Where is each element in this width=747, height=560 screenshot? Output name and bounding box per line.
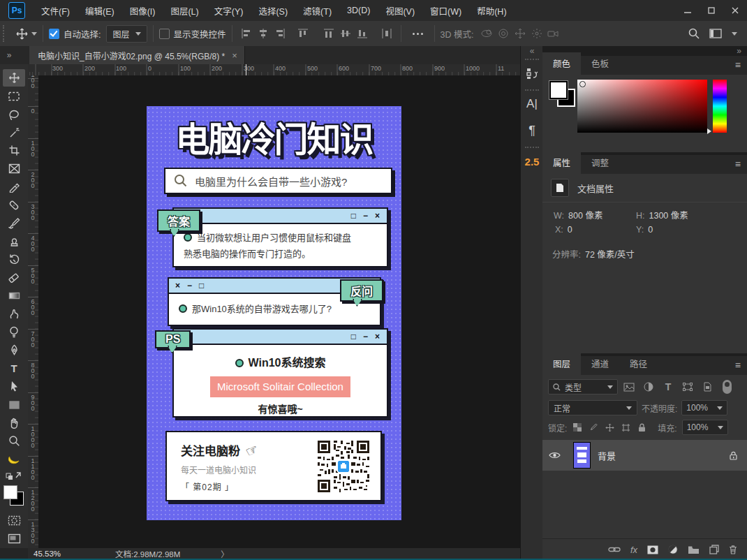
- minimize-button[interactable]: [676, 0, 700, 21]
- document-tab[interactable]: 电脑小知识_自带小游戏02.png @ 45.5%(RGB/8) * ×: [29, 46, 245, 64]
- menu-window[interactable]: 窗口(W): [422, 4, 469, 17]
- panel-menu-icon[interactable]: ≡: [728, 55, 747, 75]
- move-tool[interactable]: [3, 69, 25, 87]
- filter-type-layers-icon[interactable]: T: [660, 380, 676, 394]
- menu-help[interactable]: 帮助(H): [469, 4, 514, 17]
- rectangular-marquee-tool[interactable]: [3, 87, 25, 105]
- spot-healing-brush-tool[interactable]: [3, 196, 25, 214]
- filter-smart-objects-icon[interactable]: [699, 380, 716, 394]
- align-right-icon[interactable]: [272, 26, 288, 41]
- quick-mask-button[interactable]: [3, 512, 25, 529]
- character-panel-icon[interactable]: A|: [521, 91, 543, 117]
- lock-transparent-icon[interactable]: [572, 420, 583, 434]
- zoom-level[interactable]: 45.53%: [34, 550, 61, 558]
- panel-menu-icon[interactable]: ≡: [728, 154, 747, 174]
- layer-visibility-eye-icon[interactable]: [542, 451, 566, 459]
- delete-layer-trash-icon[interactable]: [729, 545, 737, 554]
- eyedropper-tool[interactable]: [3, 178, 25, 196]
- blend-mode-dropdown[interactable]: 正常: [548, 400, 637, 415]
- horizontal-ruler[interactable]: 300 200 100 0 100 200 300 400 500 600 70…: [28, 64, 520, 76]
- filter-adjustment-layers-icon[interactable]: [640, 380, 657, 394]
- menu-image[interactable]: 图像(I): [122, 4, 163, 17]
- saturation-brightness-field[interactable]: [577, 80, 707, 133]
- add-layer-mask-icon[interactable]: [647, 545, 658, 554]
- drag-3d-camera-icon[interactable]: [512, 26, 528, 41]
- crop-tool[interactable]: [3, 142, 25, 159]
- menu-type[interactable]: 文字(Y): [207, 4, 251, 17]
- align-left-icon[interactable]: [239, 26, 254, 41]
- distribute-bottom-icon[interactable]: [355, 26, 370, 41]
- expand-panels-icon[interactable]: »: [0, 46, 18, 64]
- distribute-top-icon[interactable]: [321, 26, 336, 41]
- foreground-color-swatch[interactable]: [3, 485, 17, 499]
- hand-tool[interactable]: [3, 414, 25, 432]
- layer-thumbnail[interactable]: [573, 442, 591, 469]
- menu-view[interactable]: 视图(V): [378, 4, 422, 17]
- status-chevron-icon[interactable]: 〉: [221, 548, 229, 559]
- menu-file[interactable]: 文件(F): [34, 4, 77, 17]
- paragraph-panel-icon[interactable]: ¶: [521, 117, 543, 144]
- tab-paths[interactable]: 路径: [619, 353, 658, 375]
- pen-tool[interactable]: [3, 341, 25, 359]
- menu-select[interactable]: 选择(S): [251, 4, 295, 17]
- distribute-center-vertical-icon[interactable]: [338, 26, 353, 41]
- banana-plugin-tool[interactable]: [3, 450, 25, 468]
- filter-shape-layers-icon[interactable]: [679, 380, 696, 394]
- tool-preset-chevron-icon[interactable]: [31, 32, 37, 36]
- tab-properties[interactable]: 属性: [542, 152, 581, 174]
- opacity-input[interactable]: 100%: [681, 400, 727, 415]
- search-icon[interactable]: [688, 28, 700, 39]
- gradient-tool[interactable]: [3, 287, 25, 304]
- workspace-switcher-icon[interactable]: [709, 29, 722, 38]
- plugin-2-5-panel-icon[interactable]: 2.5: [521, 148, 543, 175]
- show-transform-checkbox[interactable]: [159, 29, 170, 39]
- path-selection-tool[interactable]: [3, 378, 25, 395]
- orbit-3d-camera-icon[interactable]: [479, 26, 494, 41]
- panel-menu-icon[interactable]: ≡: [728, 355, 747, 375]
- layer-filter-type-dropdown[interactable]: 类型: [548, 379, 618, 395]
- lock-position-icon[interactable]: [604, 420, 615, 434]
- collapse-strip-icon[interactable]: «: [521, 46, 543, 56]
- color-panel-swatches[interactable]: [549, 81, 573, 105]
- foreground-color-swatch[interactable]: [549, 81, 568, 99]
- screen-mode-button[interactable]: [3, 530, 25, 547]
- auto-select-checkbox[interactable]: [49, 29, 59, 39]
- menu-filter[interactable]: 滤镜(T): [295, 4, 339, 17]
- tab-close-icon[interactable]: ×: [232, 50, 237, 61]
- move-3d-camera-icon[interactable]: [546, 26, 561, 41]
- lock-pixels-icon[interactable]: [588, 420, 599, 434]
- menu-edit[interactable]: 编辑(E): [77, 4, 122, 17]
- adjustment-layer-icon[interactable]: [668, 545, 678, 554]
- magic-wand-tool[interactable]: [3, 124, 25, 141]
- vertical-ruler[interactable]: 100 0 100 200 300 400 500 600 700 800 90…: [28, 75, 39, 548]
- tab-channels[interactable]: 通道: [581, 353, 619, 375]
- menu-3d[interactable]: 3D(D): [339, 6, 378, 15]
- tab-color[interactable]: 颜色: [542, 52, 581, 75]
- close-button[interactable]: [723, 0, 747, 21]
- dodge-tool[interactable]: [3, 323, 25, 341]
- canvas-area[interactable]: 电脑冷门知识 电脑里为什么会自带一些小游戏? □ − × 当初微软想让用户习惯使…: [38, 75, 520, 548]
- slide-3d-camera-icon[interactable]: [529, 26, 545, 41]
- clone-stamp-tool[interactable]: [3, 233, 25, 250]
- layer-filter-toggle[interactable]: [723, 380, 732, 394]
- hue-slider[interactable]: [713, 80, 727, 133]
- menu-layer[interactable]: 图层(L): [163, 4, 206, 17]
- frame-tool[interactable]: [3, 160, 25, 177]
- rectangle-shape-tool[interactable]: [3, 396, 25, 413]
- history-brush-tool[interactable]: [3, 251, 25, 268]
- link-layers-icon[interactable]: [608, 546, 621, 553]
- new-layer-icon[interactable]: [709, 545, 719, 554]
- brush-tool[interactable]: [3, 214, 25, 232]
- auto-select-target-dropdown[interactable]: 图层: [106, 25, 147, 43]
- tab-swatches[interactable]: 色板: [581, 52, 619, 75]
- roll-3d-camera-icon[interactable]: [496, 26, 511, 41]
- history-panel-icon[interactable]: [521, 60, 543, 87]
- tab-adjustments[interactable]: 调整: [581, 152, 619, 174]
- lock-all-icon[interactable]: [636, 420, 647, 434]
- type-tool[interactable]: T: [3, 360, 25, 377]
- color-swatches[interactable]: [3, 485, 24, 506]
- align-center-horizontal-icon[interactable]: [256, 26, 271, 41]
- layer-style-fx-icon[interactable]: fx: [630, 545, 637, 555]
- distribute-horizontal-icon[interactable]: [379, 26, 394, 41]
- zoom-tool[interactable]: [3, 432, 25, 450]
